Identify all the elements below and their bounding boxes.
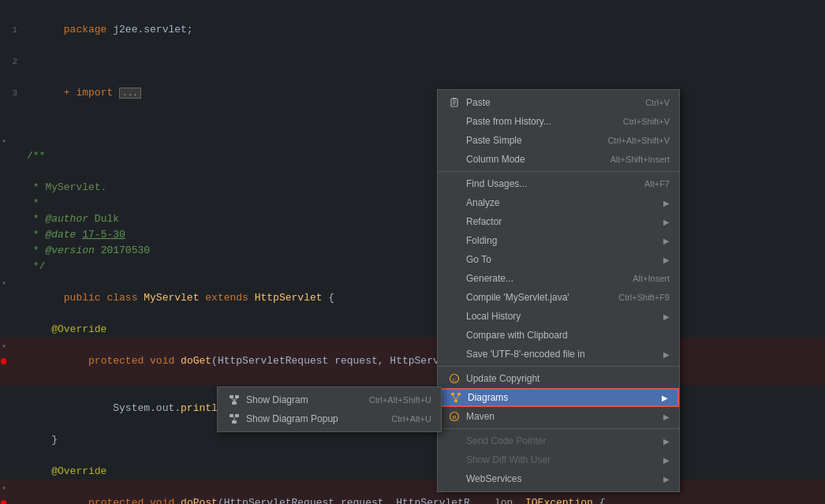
menu-item-paste-history[interactable]: Paste from History... Ctrl+Shift+V xyxy=(438,112,679,131)
line-2: 2 xyxy=(0,54,825,69)
svg-line-5 xyxy=(234,398,237,401)
menu-item-find-usages[interactable]: Find Usages... Alt+F7 xyxy=(438,174,679,193)
send-code-pointer-arrow: ▶ xyxy=(663,437,670,446)
paste-shortcut: Ctrl+V xyxy=(645,98,670,107)
svg-rect-19 xyxy=(454,400,457,402)
line-7: * xyxy=(0,196,825,211)
diagrams-arrow: ▶ xyxy=(662,394,668,402)
separator-1 xyxy=(438,171,679,172)
paste-history-shortcut: Ctrl+Shift+V xyxy=(623,117,670,126)
svg-rect-6 xyxy=(230,414,233,417)
line-11: */ xyxy=(0,259,825,274)
generate-label: Generate... xyxy=(466,273,626,284)
send-code-pointer-label: Send Code Pointer xyxy=(466,435,660,446)
paste-simple-label: Paste Simple xyxy=(466,135,601,146)
paste-simple-shortcut: Ctrl+Alt+Shift+V xyxy=(607,136,670,145)
show-diagram-popup-label: Show Diagram Popup xyxy=(246,413,391,424)
maven-label: Maven xyxy=(466,411,660,422)
refactor-label: Refactor xyxy=(466,216,660,227)
save-encoded-arrow: ▶ xyxy=(663,350,670,359)
column-mode-label: Column Mode xyxy=(466,154,604,165)
diagram-icon xyxy=(227,393,241,407)
paste-label: Paste xyxy=(466,97,639,108)
local-history-label: Local History xyxy=(466,311,660,322)
show-diagram-popup-item[interactable]: Show Diagram Popup Ctrl+Alt+U xyxy=(218,409,441,428)
webservices-label: WebServices xyxy=(466,473,660,484)
menu-item-maven[interactable]: M Maven ▶ xyxy=(438,407,679,426)
line-12: ▾ public class MyServlet extends HttpSer… xyxy=(0,274,825,322)
menu-item-compile[interactable]: Compile 'MyServlet.java' Ctrl+Shift+F9 xyxy=(438,288,679,307)
show-diff-user-arrow: ▶ xyxy=(663,456,670,465)
save-encoded-label: Save 'UTF-8'-encoded file in xyxy=(466,349,660,360)
diagram-popup-icon xyxy=(227,412,241,426)
menu-item-folding[interactable]: Folding ▶ xyxy=(438,231,679,250)
menu-item-goto[interactable]: Go To ▶ xyxy=(438,250,679,269)
line-9: * @date 17-5-30 xyxy=(0,227,825,243)
menu-item-paste-simple[interactable]: Paste Simple Ctrl+Alt+Shift+V xyxy=(438,131,679,150)
svg-line-21 xyxy=(456,395,459,400)
diagrams-label: Diagrams xyxy=(468,392,659,403)
line-1: 1 package j2ee.servlet; xyxy=(0,6,825,54)
show-diagram-label: Show Diagram xyxy=(246,394,369,405)
show-diff-user-label: Show Diff With User xyxy=(466,454,660,465)
maven-arrow: ▶ xyxy=(663,413,670,421)
svg-rect-18 xyxy=(457,393,461,395)
line-3: 3 + import ... xyxy=(0,69,825,117)
menu-item-update-copyright[interactable]: C Update Copyright xyxy=(438,369,679,388)
column-mode-shortcut: Alt+Shift+Insert xyxy=(610,155,670,164)
separator-2 xyxy=(438,366,679,367)
line-19: ▾ protected void doPost(HttpServletReque… xyxy=(0,480,825,504)
menu-item-send-code-pointer[interactable]: Send Code Pointer ▶ xyxy=(438,431,679,450)
menu-item-webservices[interactable]: WebServices ▶ xyxy=(438,469,679,488)
compare-clipboard-label: Compare with Clipboard xyxy=(466,330,670,341)
line-10: * @version 20170530 xyxy=(0,243,825,259)
maven-icon: M xyxy=(447,409,461,424)
paste-icon xyxy=(447,95,461,110)
show-diagram-shortcut: Ctrl+Alt+Shift+U xyxy=(369,395,431,405)
svg-line-20 xyxy=(453,395,456,400)
svg-rect-7 xyxy=(235,414,239,417)
update-copyright-label: Update Copyright xyxy=(466,373,670,384)
svg-rect-1 xyxy=(235,395,239,398)
compile-label: Compile 'MyServlet.java' xyxy=(466,292,612,303)
menu-item-refactor[interactable]: Refactor ▶ xyxy=(438,212,679,231)
generate-shortcut: Alt+Insert xyxy=(633,274,670,283)
svg-text:M: M xyxy=(453,415,457,420)
menu-item-show-diff-user[interactable]: Show Diff With User ▶ xyxy=(438,450,679,469)
show-diagram-item[interactable]: Show Diagram Ctrl+Alt+Shift+U xyxy=(218,390,441,409)
svg-rect-0 xyxy=(230,395,233,398)
webservices-arrow: ▶ xyxy=(663,475,670,483)
svg-rect-8 xyxy=(232,420,237,424)
goto-arrow: ▶ xyxy=(663,256,670,264)
line-6: * MyServlet. xyxy=(0,180,825,196)
folding-label: Folding xyxy=(466,235,660,246)
line-18: @Override xyxy=(0,464,825,480)
svg-rect-11 xyxy=(453,98,456,99)
show-diagram-popup-shortcut: Ctrl+Alt+U xyxy=(391,414,431,424)
local-history-arrow: ▶ xyxy=(663,312,670,321)
menu-item-save-encoded[interactable]: Save 'UTF-8'-encoded file in ▶ xyxy=(438,345,679,364)
copyright-icon: C xyxy=(447,371,461,386)
analyze-label: Analyze xyxy=(466,197,660,208)
menu-item-compare-clipboard[interactable]: Compare with Clipboard xyxy=(438,326,679,345)
line-13: @Override xyxy=(0,322,825,338)
line-14: ▾ protected void doGet(HttpServletReques… xyxy=(0,338,825,385)
menu-item-paste[interactable]: Paste Ctrl+V xyxy=(438,93,679,112)
line-17 xyxy=(0,448,825,464)
diagrams-submenu: Show Diagram Ctrl+Alt+Shift+U Show Diagr… xyxy=(217,386,442,432)
svg-text:C: C xyxy=(453,377,457,383)
goto-label: Go To xyxy=(466,254,660,265)
svg-rect-17 xyxy=(451,393,454,395)
separator-3 xyxy=(438,428,679,429)
menu-item-analyze[interactable]: Analyze ▶ xyxy=(438,193,679,212)
svg-rect-2 xyxy=(232,401,237,405)
menu-item-generate[interactable]: Generate... Alt+Insert xyxy=(438,269,679,288)
paste-history-label: Paste from History... xyxy=(466,116,617,127)
menu-item-diagrams[interactable]: Diagrams ▶ xyxy=(438,388,679,407)
line-5: ▾ /** xyxy=(0,133,825,180)
compile-shortcut: Ctrl+Shift+F9 xyxy=(618,293,670,302)
diagrams-icon xyxy=(449,390,463,405)
menu-item-column-mode[interactable]: Column Mode Alt+Shift+Insert xyxy=(438,150,679,169)
menu-item-local-history[interactable]: Local History ▶ xyxy=(438,307,679,326)
svg-line-4 xyxy=(232,398,235,401)
